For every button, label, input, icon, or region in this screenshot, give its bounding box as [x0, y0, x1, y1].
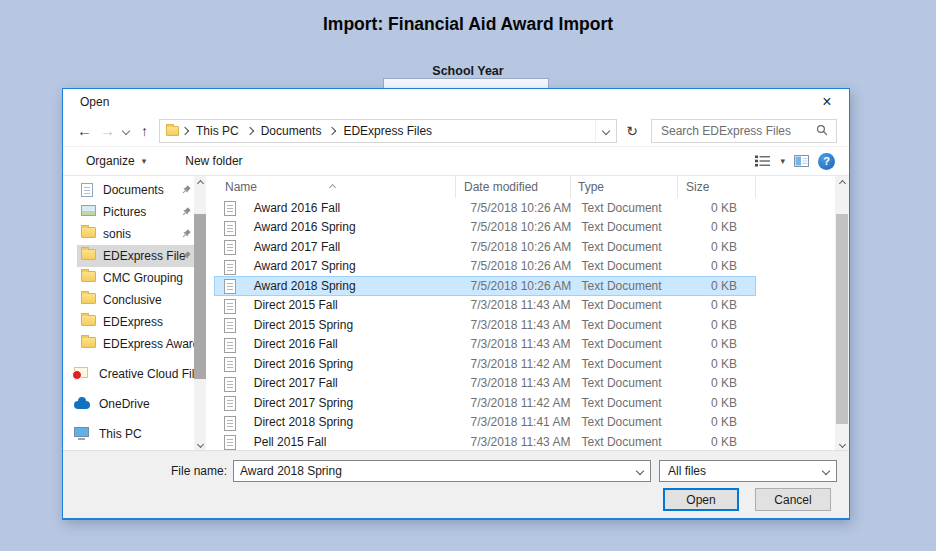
file-row[interactable]: Direct 2016 Fall 7/3/2018 11:43 AM Text …: [214, 335, 756, 355]
sidebar-item-conclusive[interactable]: Conclusive: [77, 289, 194, 311]
search-input[interactable]: Search EDExpress Files: [651, 119, 837, 143]
sidebar-item-label: OneDrive: [99, 397, 150, 411]
list-view-icon[interactable]: [755, 155, 771, 167]
scrollbar-thumb[interactable]: [194, 214, 206, 379]
file-date-modified: 7/5/2018 10:26 AM: [463, 220, 575, 234]
sidebar-item-label: Pictures: [103, 205, 146, 219]
file-row[interactable]: Award 2017 Spring 7/5/2018 10:26 AM Text…: [214, 257, 756, 277]
sidebar-item-creative-cloud-fil[interactable]: Creative Cloud Fil: [71, 363, 194, 385]
file-date-modified: 7/3/2018 11:41 AM: [463, 415, 575, 429]
sidebar-item-edexpress[interactable]: EDExpress: [77, 311, 194, 333]
cancel-button[interactable]: Cancel: [755, 488, 831, 511]
sidebar-item-this-pc[interactable]: This PC: [71, 423, 194, 445]
file-type: Text Document: [575, 396, 679, 410]
scroll-down-icon[interactable]: [194, 438, 206, 450]
forward-arrow-icon: →: [100, 122, 115, 139]
address-dropdown-button[interactable]: [595, 120, 616, 142]
file-size: 0 KB: [679, 298, 755, 312]
cc-icon: [74, 367, 88, 378]
breadcrumb-separator-icon: [181, 128, 189, 134]
refresh-button[interactable]: ↻: [620, 119, 644, 143]
file-size: 0 KB: [679, 337, 755, 351]
file-name-input[interactable]: Award 2018 Spring: [233, 460, 651, 482]
file-row[interactable]: Direct 2016 Spring 7/3/2018 11:42 AM Tex…: [214, 354, 756, 374]
folder-icon: [81, 227, 96, 238]
open-dialog: Open × ← → ↑ This PCDocumentsEDExpress F…: [62, 88, 850, 520]
sidebar-item-documents[interactable]: Documents: [77, 179, 194, 201]
preview-pane-icon[interactable]: [794, 155, 809, 167]
file-date-modified: 7/5/2018 10:26 AM: [463, 240, 575, 254]
file-date-modified: 7/5/2018 10:26 AM: [463, 259, 575, 273]
column-header-type[interactable]: Type: [571, 176, 678, 198]
text-document-icon: [224, 338, 236, 353]
scroll-up-icon[interactable]: [835, 177, 849, 189]
file-row[interactable]: Award 2017 Fall 7/5/2018 10:26 AM Text D…: [214, 237, 756, 257]
refresh-icon: ↻: [626, 123, 638, 139]
file-row[interactable]: Award 2016 Fall 7/5/2018 10:26 AM Text D…: [214, 198, 756, 218]
breadcrumb-item[interactable]: This PC: [189, 124, 246, 138]
pin-icon: [181, 207, 191, 217]
file-row[interactable]: Direct 2015 Spring 7/3/2018 11:43 AM Tex…: [214, 315, 756, 335]
file-type-select[interactable]: All files: [659, 460, 837, 482]
column-header-date-modified[interactable]: Date modified: [456, 176, 571, 198]
command-toolbar: Organize ▾ New folder ▾ ?: [63, 147, 849, 176]
file-row[interactable]: Direct 2017 Spring 7/3/2018 11:42 AM Tex…: [214, 393, 756, 413]
file-row[interactable]: Direct 2015 Fall 7/3/2018 11:43 AM Text …: [214, 296, 756, 316]
file-name: Direct 2017 Spring: [227, 396, 463, 410]
page-title: Import: Financial Aid Award Import: [0, 0, 936, 35]
dialog-titlebar[interactable]: Open ×: [63, 89, 849, 115]
forward-button[interactable]: →: [96, 123, 119, 138]
page: { "page": { "title": "Import: Financial …: [0, 0, 936, 551]
address-bar[interactable]: This PCDocumentsEDExpress Files: [159, 119, 617, 143]
scroll-up-icon[interactable]: [194, 177, 206, 189]
organize-button[interactable]: Organize ▾: [86, 154, 146, 168]
breadcrumb-item[interactable]: Documents: [254, 124, 329, 138]
file-type: Text Document: [575, 220, 679, 234]
file-row[interactable]: Direct 2018 Spring 7/3/2018 11:41 AM Tex…: [214, 413, 756, 433]
up-button[interactable]: ↑: [133, 124, 156, 138]
chevron-down-icon: [602, 126, 610, 134]
sidebar-scrollbar[interactable]: [194, 176, 206, 451]
chevron-down-icon[interactable]: [630, 468, 650, 474]
file-row[interactable]: Pell 2015 Fall 7/3/2018 11:43 AM Text Do…: [214, 432, 756, 452]
file-size: 0 KB: [679, 435, 755, 449]
help-button[interactable]: ?: [818, 153, 835, 170]
file-size: 0 KB: [679, 415, 755, 429]
file-row[interactable]: Direct 2017 Fall 7/3/2018 11:43 AM Text …: [214, 374, 756, 394]
sidebar-item-edexpress-file[interactable]: EDExpress File: [77, 245, 194, 267]
back-arrow-icon: ←: [77, 122, 92, 139]
file-type: Text Document: [575, 318, 679, 332]
file-type: Text Document: [575, 435, 679, 449]
pin-icon: [181, 185, 191, 195]
sidebar-item-onedrive[interactable]: OneDrive: [71, 393, 194, 415]
file-date-modified: 7/3/2018 11:43 AM: [463, 318, 575, 332]
scrollbar-thumb[interactable]: [836, 214, 848, 424]
up-arrow-icon: ↑: [141, 123, 148, 139]
list-scrollbar[interactable]: [835, 176, 849, 451]
file-name: Direct 2016 Fall: [227, 337, 463, 351]
file-row[interactable]: Award 2018 Spring 7/5/2018 10:26 AM Text…: [214, 276, 756, 296]
sidebar-item-pictures[interactable]: Pictures: [77, 201, 194, 223]
file-row[interactable]: Award 2016 Spring 7/5/2018 10:26 AM Text…: [214, 218, 756, 238]
file-name: Direct 2015 Spring: [227, 318, 463, 332]
column-header-size[interactable]: Size: [678, 176, 756, 198]
recent-locations-button[interactable]: [119, 128, 133, 134]
close-button[interactable]: ×: [805, 89, 849, 115]
back-button[interactable]: ←: [73, 123, 96, 138]
file-size: 0 KB: [679, 318, 755, 332]
sidebar-item-edexpress-award[interactable]: EDExpress Award: [77, 333, 194, 355]
breadcrumb-item[interactable]: EDExpress Files: [336, 124, 439, 138]
file-name: Award 2016 Fall: [227, 201, 463, 215]
file-date-modified: 7/3/2018 11:42 AM: [463, 396, 575, 410]
new-folder-button[interactable]: New folder: [185, 154, 242, 168]
open-button[interactable]: Open: [663, 488, 739, 511]
sidebar-item-sonis[interactable]: sonis: [77, 223, 194, 245]
text-document-icon: [224, 279, 236, 294]
file-name: Direct 2018 Spring: [227, 415, 463, 429]
sidebar-item-cmc-grouping[interactable]: CMC Grouping: [77, 267, 194, 289]
sort-ascending-icon: [330, 179, 335, 193]
views-dropdown-button[interactable]: ▾: [780, 156, 785, 166]
file-date-modified: 7/5/2018 10:26 AM: [463, 201, 575, 215]
file-name: Direct 2017 Fall: [227, 376, 463, 390]
scroll-down-icon[interactable]: [835, 438, 849, 450]
